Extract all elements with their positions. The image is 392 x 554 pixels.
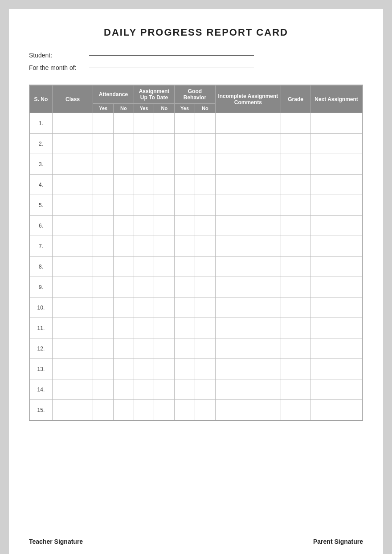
cell-good-no [195, 338, 215, 359]
cell-good-yes [175, 338, 195, 359]
cell-good-no [195, 400, 215, 420]
cell-incomplete [215, 400, 281, 420]
cell-asgn-no [154, 216, 175, 236]
cell-good-no [195, 257, 215, 277]
table-row: 8. [30, 257, 363, 277]
cell-good-no [195, 154, 215, 175]
cell-incomplete [215, 134, 281, 154]
cell-asgn-no [154, 257, 175, 277]
cell-class-cell [52, 134, 93, 154]
cell-incomplete [215, 175, 281, 195]
cell-class-cell [52, 175, 93, 195]
header-class: Class [52, 86, 93, 113]
cell-incomplete [215, 216, 281, 236]
cell-grade [281, 154, 310, 175]
cell-class-cell [52, 236, 93, 257]
table-row: 9. [30, 277, 363, 297]
cell-sno: 15. [30, 400, 53, 420]
month-label: For the month of: [29, 64, 87, 71]
cell-good-yes [175, 175, 195, 195]
cell-asgn-yes [134, 216, 154, 236]
cell-asgn-yes [134, 257, 154, 277]
cell-grade [281, 134, 310, 154]
cell-good-no [195, 297, 215, 318]
footer: Teacher Signature Parent Signature [29, 538, 363, 545]
cell-att-no [114, 236, 134, 257]
cell-att-no [114, 113, 134, 134]
cell-grade [281, 318, 310, 338]
cell-next-asgn [310, 113, 363, 134]
cell-asgn-yes [134, 277, 154, 297]
cell-sno: 9. [30, 277, 53, 297]
cell-asgn-yes [134, 297, 154, 318]
cell-next-asgn [310, 400, 363, 420]
teacher-signature: Teacher Signature [29, 538, 83, 545]
cell-class-cell [52, 359, 93, 379]
cell-sno: 13. [30, 359, 53, 379]
cell-asgn-no [154, 154, 175, 175]
cell-sno: 14. [30, 379, 53, 400]
cell-good-yes [175, 277, 195, 297]
header-next-assignment: Next Assignment [310, 86, 363, 113]
cell-incomplete [215, 359, 281, 379]
cell-sno: 3. [30, 154, 53, 175]
cell-grade [281, 257, 310, 277]
cell-next-asgn [310, 379, 363, 400]
cell-att-no [114, 379, 134, 400]
cell-grade [281, 216, 310, 236]
cell-class-cell [52, 400, 93, 420]
cell-att-no [114, 277, 134, 297]
cell-next-asgn [310, 236, 363, 257]
cell-asgn-yes [134, 379, 154, 400]
header-grade: Grade [281, 86, 310, 113]
cell-att-yes [93, 400, 114, 420]
cell-grade [281, 195, 310, 216]
cell-asgn-no [154, 359, 175, 379]
table-row: 5. [30, 195, 363, 216]
cell-sno: 1. [30, 113, 53, 134]
header-good-no: No [195, 104, 215, 113]
cell-asgn-yes [134, 359, 154, 379]
cell-grade [281, 277, 310, 297]
cell-class-cell [52, 297, 93, 318]
header-good-yes: Yes [175, 104, 195, 113]
cell-att-no [114, 400, 134, 420]
cell-asgn-no [154, 195, 175, 216]
student-label: Student: [29, 52, 87, 59]
table-row: 14. [30, 379, 363, 400]
cell-good-no [195, 359, 215, 379]
cell-asgn-yes [134, 318, 154, 338]
cell-good-no [195, 318, 215, 338]
cell-good-yes [175, 359, 195, 379]
cell-grade [281, 175, 310, 195]
cell-good-yes [175, 257, 195, 277]
cell-next-asgn [310, 318, 363, 338]
cell-incomplete [215, 236, 281, 257]
cell-next-asgn [310, 338, 363, 359]
cell-class-cell [52, 379, 93, 400]
cell-asgn-no [154, 236, 175, 257]
cell-next-asgn [310, 277, 363, 297]
cell-asgn-no [154, 318, 175, 338]
cell-att-yes [93, 379, 114, 400]
header-asgn-yes: Yes [134, 104, 154, 113]
cell-grade [281, 338, 310, 359]
cell-asgn-no [154, 113, 175, 134]
table-row: 1. [30, 113, 363, 134]
cell-good-no [195, 277, 215, 297]
cell-class-cell [52, 277, 93, 297]
table-row: 12. [30, 338, 363, 359]
form-fields: Student: For the month of: [29, 52, 363, 71]
cell-good-no [195, 113, 215, 134]
cell-sno: 7. [30, 236, 53, 257]
cell-class-cell [52, 318, 93, 338]
cell-class-cell [52, 113, 93, 134]
table-row: 4. [30, 175, 363, 195]
cell-good-no [195, 175, 215, 195]
cell-next-asgn [310, 257, 363, 277]
cell-sno: 11. [30, 318, 53, 338]
cell-asgn-no [154, 134, 175, 154]
cell-good-yes [175, 134, 195, 154]
cell-att-no [114, 257, 134, 277]
cell-sno: 4. [30, 175, 53, 195]
